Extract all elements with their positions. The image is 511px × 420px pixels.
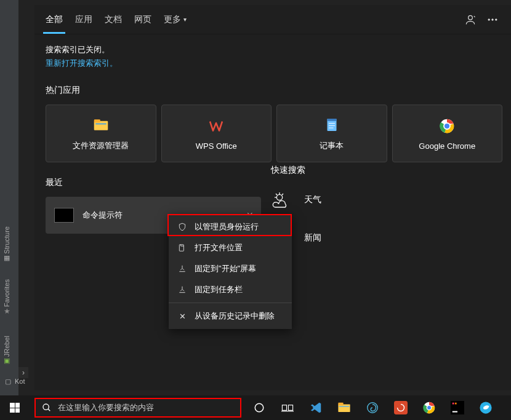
ctx-pin-taskbar[interactable]: 固定到任务栏 [169, 279, 292, 300]
search-placeholder: 在这里输入你要搜索的内容 [58, 402, 154, 413]
context-menu: 以管理员身份运行 打开文件位置 固定到"开始"屏幕 固定到任务栏 ✕ 从设备历史… [169, 214, 292, 329]
svg-rect-35 [339, 406, 350, 406]
chrome-icon [422, 401, 436, 414]
tab-docs[interactable]: 文档 [105, 5, 122, 34]
taskbar-app-blue[interactable] [360, 395, 385, 420]
ide-panel-favorites[interactable]: Favorites ★ [0, 275, 14, 315]
reopen-index-link[interactable]: 重新打开搜索索引。 [46, 58, 118, 68]
start-button[interactable] [0, 395, 30, 420]
spiral-icon [394, 401, 408, 414]
taskbar-app-circle[interactable] [473, 395, 499, 420]
tab-more[interactable]: 更多▾ [164, 5, 187, 34]
ide-panel-structure[interactable]: Structure ▦ [0, 223, 14, 262]
svg-rect-34 [338, 403, 343, 405]
ctx-remove-history[interactable]: ✕ 从设备历史记录中删除 [169, 306, 292, 327]
tab-all[interactable]: 全部 [46, 5, 63, 34]
ctx-pin-start[interactable]: 固定到"开始"屏幕 [169, 258, 292, 279]
search-tabs-row: 全部 应用 文档 网页 更多▾ [34, 5, 511, 34]
quick-search-title: 快速搜索 [271, 165, 500, 176]
cortana-icon [254, 402, 265, 413]
swirl-icon [366, 401, 379, 414]
svg-point-2 [492, 18, 494, 20]
taskbar-cortana[interactable] [246, 395, 272, 420]
svg-rect-44 [455, 403, 457, 405]
ctx-run-as-admin[interactable]: 以管理员身份运行 [169, 216, 292, 237]
ctx-open-location[interactable]: 打开文件位置 [169, 237, 292, 258]
taskbar-chrome[interactable] [416, 395, 442, 420]
more-icon[interactable] [481, 9, 504, 31]
hot-apps-title: 热门应用 [46, 85, 265, 96]
search-icon [42, 403, 52, 413]
folder-icon [337, 402, 351, 414]
app-tile-wps[interactable]: WPS Office [161, 105, 272, 162]
svg-line-19 [282, 194, 283, 195]
recent-title: 最近 [46, 177, 265, 188]
index-closed-message: 搜索索引已关闭。 重新打开搜索索引。 [34, 34, 511, 81]
pin-taskbar-icon [177, 285, 187, 294]
svg-point-0 [469, 15, 473, 20]
folder-icon [92, 116, 110, 134]
svg-rect-6 [95, 124, 107, 125]
weather-icon [271, 191, 293, 208]
folder-open-icon [177, 244, 187, 252]
svg-rect-5 [94, 119, 100, 122]
svg-rect-43 [453, 411, 457, 413]
ide-panel-jrebel[interactable]: JRebel ▣ [0, 332, 14, 365]
shield-icon [177, 223, 187, 231]
taskbar-app-orange[interactable] [388, 395, 414, 420]
vscode-icon [309, 401, 323, 414]
cmd-icon [54, 208, 74, 223]
tab-apps[interactable]: 应用 [75, 5, 92, 34]
svg-point-27 [43, 404, 49, 410]
taskbar: 在这里输入你要搜索的内容 [0, 395, 511, 420]
wps-icon [207, 117, 225, 135]
taskview-icon [281, 403, 294, 413]
windows-logo-icon [10, 403, 20, 413]
pin-start-icon [177, 264, 187, 273]
svg-line-28 [48, 409, 50, 411]
svg-point-15 [276, 195, 282, 200]
taskbar-taskview[interactable] [275, 395, 300, 420]
intellij-icon [451, 401, 464, 414]
taskbar-intellij[interactable] [445, 395, 470, 420]
account-icon[interactable] [459, 9, 481, 31]
svg-line-18 [276, 194, 277, 195]
taskbar-vscode[interactable] [303, 395, 329, 420]
bird-icon [479, 401, 493, 414]
svg-rect-33 [338, 405, 350, 412]
app-tile-file-explorer[interactable]: 文件资源管理器 [46, 105, 156, 162]
ide-bottom-tab-kot[interactable]: ▢Kot [0, 372, 34, 390]
svg-rect-31 [288, 405, 292, 411]
svg-rect-30 [282, 405, 286, 411]
svg-rect-37 [394, 401, 408, 414]
svg-point-1 [488, 18, 490, 20]
taskbar-search-input[interactable]: 在这里输入你要搜索的内容 [34, 398, 241, 418]
svg-point-29 [255, 403, 264, 412]
svg-point-3 [496, 18, 497, 20]
svg-rect-26 [179, 245, 183, 252]
quick-weather[interactable]: 天气 [271, 184, 500, 215]
quick-news[interactable]: 新闻 [271, 223, 500, 253]
taskbar-explorer[interactable] [331, 395, 357, 420]
tab-web[interactable]: 网页 [134, 5, 151, 34]
svg-rect-42 [453, 403, 454, 405]
windows-search-panel: 全部 应用 文档 网页 更多▾ 搜索索引已关闭。 重新打开搜索索引。 热门应用 [34, 5, 511, 390]
remove-icon: ✕ [177, 312, 187, 321]
